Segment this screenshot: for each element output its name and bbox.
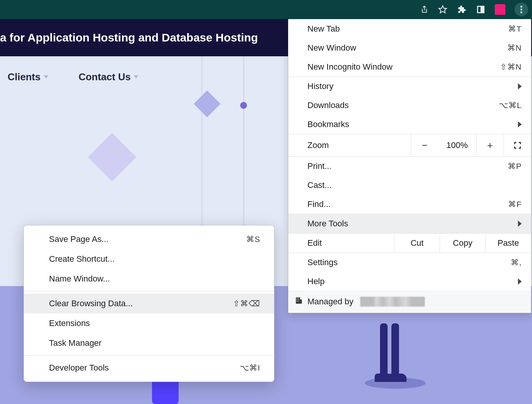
shortcut: ⌘N — [507, 43, 522, 52]
nav-label: Clients — [8, 71, 41, 83]
managed-by-label: Managed by — [307, 297, 353, 307]
menu-managed-by[interactable]: Managed by — [288, 291, 531, 313]
menu-label: Cast... — [307, 180, 332, 190]
shortcut: ⌥⌘I — [240, 363, 260, 372]
extensions-icon[interactable] — [457, 5, 467, 14]
menu-label: Clear Browsing Data... — [49, 299, 133, 309]
building-icon — [294, 296, 303, 307]
menu-help[interactable]: Help — [288, 272, 531, 291]
svg-rect-15 — [300, 299, 302, 304]
menu-edit-row: Edit Cut Copy Paste — [288, 233, 531, 253]
browser-toolbar — [0, 0, 532, 19]
paste-button[interactable]: Paste — [485, 234, 531, 253]
menu-history[interactable]: History — [288, 77, 531, 96]
svg-point-5 — [521, 11, 522, 13]
menu-label: Create Shortcut... — [49, 254, 114, 264]
menu-new-tab[interactable]: New Tab ⌘T — [288, 19, 531, 38]
menu-downloads[interactable]: Downloads ⌥⌘L — [288, 96, 531, 115]
submenu-arrow-icon — [518, 278, 522, 285]
submenu-save-page[interactable]: Save Page As... ⌘S — [24, 229, 274, 249]
menu-zoom-row: Zoom − 100% + — [288, 134, 531, 157]
zoom-label: Zoom — [288, 134, 411, 156]
menu-find[interactable]: Find... ⌘F — [288, 195, 531, 214]
zoom-percent: 100% — [438, 134, 476, 156]
menu-label: Task Manager — [49, 338, 101, 348]
submenu-task-manager[interactable]: Task Manager — [24, 333, 274, 353]
menu-settings[interactable]: Settings ⌘, — [288, 253, 531, 272]
shortcut: ⌘F — [508, 200, 522, 209]
submenu-name-window[interactable]: Name Window... — [24, 269, 274, 289]
menu-label: Downloads — [307, 100, 349, 110]
menu-label: History — [307, 81, 333, 91]
shortcut: ⇧⌘⌫ — [233, 299, 260, 308]
nav-contact[interactable]: Contact Us — [79, 71, 138, 83]
shortcut: ⌘, — [511, 258, 522, 267]
menu-label: Extensions — [49, 318, 90, 328]
menu-bookmarks[interactable]: Bookmarks — [288, 115, 531, 134]
menu-print[interactable]: Print... ⌘P — [288, 157, 531, 176]
nav-label: Contact Us — [79, 71, 131, 83]
menu-label: More Tools — [307, 219, 348, 229]
cut-button[interactable]: Cut — [394, 234, 440, 253]
menu-label: Save Page As... — [49, 234, 109, 244]
star-icon[interactable] — [438, 5, 448, 14]
page-title: a for Application Hosting and Database H… — [0, 31, 258, 44]
menu-label: Developer Tools — [49, 363, 109, 373]
submenu-clear-browsing-data[interactable]: Clear Browsing Data... ⇧⌘⌫ — [24, 294, 274, 313]
menu-more-tools[interactable]: More Tools — [288, 214, 531, 233]
svg-rect-11 — [297, 299, 298, 300]
svg-rect-10 — [298, 298, 299, 299]
copy-button[interactable]: Copy — [440, 234, 485, 253]
shortcut: ⌥⌘L — [499, 101, 522, 110]
svg-point-4 — [521, 9, 522, 11]
managed-by-org-redacted — [360, 297, 425, 307]
share-icon[interactable] — [419, 5, 429, 14]
chevron-down-icon — [134, 75, 138, 78]
menu-label: New Incognito Window — [307, 62, 393, 72]
menu-new-window[interactable]: New Window ⌘N — [288, 38, 531, 57]
shortcut: ⌘T — [508, 24, 522, 33]
svg-rect-2 — [481, 6, 484, 13]
more-tools-submenu: Save Page As... ⌘S Create Shortcut... Na… — [24, 225, 274, 382]
menu-cast[interactable]: Cast... — [288, 176, 531, 195]
svg-marker-0 — [439, 6, 446, 13]
menu-label: Bookmarks — [307, 119, 349, 129]
menu-label: New Tab — [307, 24, 340, 34]
svg-rect-14 — [298, 301, 299, 302]
browser-menu-button[interactable] — [515, 3, 528, 16]
menu-label: Name Window... — [49, 274, 110, 284]
zoom-out-button[interactable]: − — [411, 134, 438, 156]
menu-label: New Window — [307, 43, 356, 53]
svg-rect-9 — [297, 298, 298, 299]
submenu-arrow-icon — [518, 83, 522, 89]
fullscreen-button[interactable] — [504, 134, 531, 156]
chevron-down-icon — [44, 75, 48, 78]
menu-label: Print... — [307, 161, 332, 171]
profile-avatar[interactable] — [495, 4, 505, 15]
zoom-in-button[interactable]: + — [476, 134, 504, 156]
submenu-arrow-icon — [518, 121, 522, 127]
nav-clients[interactable]: Clients — [8, 71, 48, 83]
submenu-create-shortcut[interactable]: Create Shortcut... — [24, 249, 274, 269]
svg-rect-12 — [298, 299, 299, 300]
menu-label: Help — [307, 277, 325, 286]
menu-label: Find... — [307, 199, 331, 209]
browser-main-menu: New Tab ⌘T New Window ⌘N New Incognito W… — [288, 19, 531, 313]
menu-label: Settings — [307, 258, 338, 267]
svg-rect-13 — [297, 301, 298, 302]
svg-point-3 — [521, 6, 522, 8]
edit-label: Edit — [288, 234, 394, 253]
panel-icon[interactable] — [476, 5, 486, 14]
shortcut: ⇧⌘N — [500, 62, 522, 72]
shortcut: ⌘P — [508, 162, 522, 171]
submenu-extensions[interactable]: Extensions — [24, 313, 274, 333]
submenu-developer-tools[interactable]: Developer Tools ⌥⌘I — [24, 358, 274, 378]
menu-new-incognito[interactable]: New Incognito Window ⇧⌘N — [288, 57, 531, 76]
submenu-arrow-icon — [518, 221, 522, 227]
shortcut: ⌘S — [246, 235, 260, 244]
